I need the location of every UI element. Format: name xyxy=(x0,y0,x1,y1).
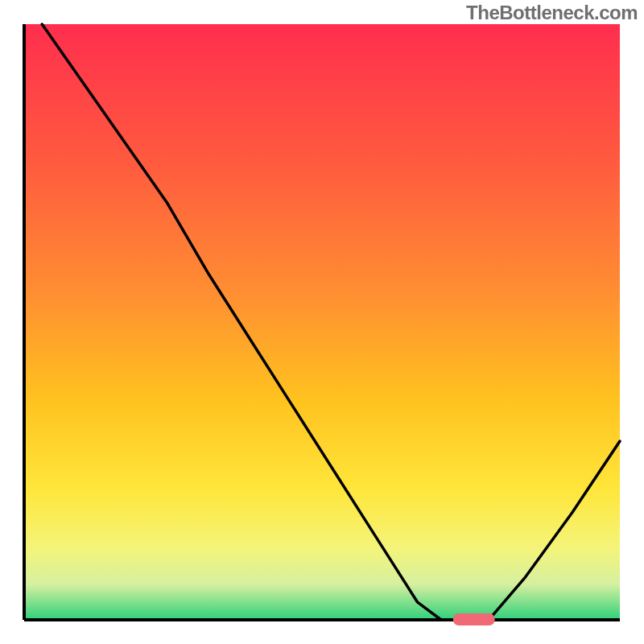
chart-svg xyxy=(0,0,644,644)
optimal-marker xyxy=(453,613,495,625)
chart-canvas: TheBottleneck.com xyxy=(0,0,644,644)
plot-area xyxy=(24,24,620,620)
